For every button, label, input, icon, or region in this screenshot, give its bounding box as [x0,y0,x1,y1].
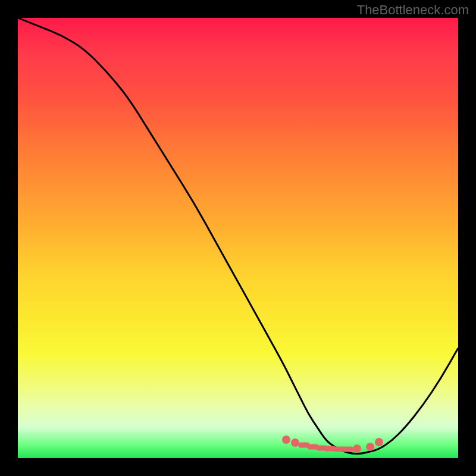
attribution-text: TheBottleneck.com [357,2,469,18]
marker-dot [282,436,290,444]
plot-area [18,18,458,458]
marker-dot [375,438,383,446]
marker-layer [18,18,458,458]
marker-dot [366,443,374,451]
marker-dot [353,444,361,453]
